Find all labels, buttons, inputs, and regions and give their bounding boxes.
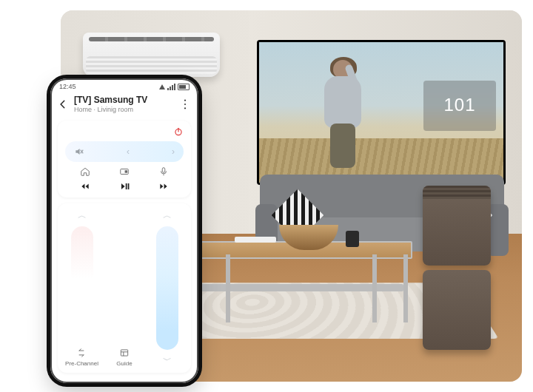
more-button[interactable]: ⋯: [179, 98, 191, 110]
tv-frame: 101: [257, 40, 506, 185]
tv-screen: 101: [259, 42, 503, 183]
chevron-up-icon: ︿: [78, 209, 87, 222]
power-icon: [173, 126, 184, 137]
source-button[interactable]: [119, 166, 130, 177]
svg-rect-6: [163, 168, 166, 172]
rewind-button[interactable]: [80, 181, 90, 192]
wifi-icon: [159, 84, 165, 89]
battery-icon: [178, 84, 190, 90]
status-icons: [159, 84, 190, 90]
play-pause-icon: [119, 181, 130, 192]
pre-channel-label[interactable]: Pre-Channel: [65, 360, 98, 367]
voice-button[interactable]: [158, 166, 169, 177]
back-button[interactable]: [58, 99, 68, 109]
home-icon: [80, 166, 90, 177]
channel-card: ︿ Pre-Channel Guide: [58, 203, 191, 373]
volume-column[interactable]: ︿ Pre-Channel: [65, 209, 98, 367]
forward-button[interactable]: [158, 181, 169, 192]
chevron-right-icon: ›: [172, 146, 175, 157]
book: [235, 237, 276, 243]
svg-rect-5: [125, 170, 128, 173]
volume-pill[interactable]: ‹ ›: [65, 141, 184, 162]
air-purifier: [423, 186, 491, 352]
signal-icon: [167, 84, 175, 90]
tv-osd-number: 101: [443, 95, 475, 115]
pre-channel-icon: [76, 348, 87, 358]
play-pause-button[interactable]: [119, 181, 130, 192]
forward-icon: [158, 181, 169, 192]
channel-bar[interactable]: [156, 226, 178, 350]
coffee-table: [190, 241, 412, 322]
chevron-left-icon: [58, 99, 68, 109]
scene: 101 12:45: [0, 0, 533, 392]
volume-bar[interactable]: [71, 226, 93, 322]
chevron-left-icon: ‹: [127, 146, 130, 157]
phone: 12:45 [TV] Samsung TV Home · Livinig roo…: [50, 78, 198, 383]
header-subtitle: Home · Livinig room: [74, 106, 173, 113]
tv-osd-overlay: 101: [423, 81, 496, 131]
status-bar: 12:45: [50, 78, 198, 92]
svg-rect-9: [121, 350, 127, 356]
power-button[interactable]: [173, 126, 184, 137]
guide-label[interactable]: Guide: [116, 360, 132, 367]
source-icon: [119, 166, 130, 177]
air-conditioner: [83, 33, 220, 77]
header-title: [TV] Samsung TV: [74, 95, 173, 105]
guide-icon: [119, 348, 130, 358]
chevron-up-icon: ︿: [163, 209, 172, 222]
svg-rect-7: [126, 183, 127, 189]
tv-person: [317, 60, 369, 171]
rewind-icon: [80, 181, 90, 192]
voice-icon: [158, 166, 169, 177]
svg-rect-8: [128, 183, 130, 189]
mug: [346, 231, 359, 247]
status-time: 12:45: [59, 83, 76, 90]
chevron-down-icon: ﹀: [163, 354, 172, 367]
home-button[interactable]: [80, 166, 90, 177]
app-header: [TV] Samsung TV Home · Livinig room ⋯: [50, 92, 198, 118]
bottom-tabs: 4D-Pad CH 123 Options: [50, 376, 198, 383]
channel-column[interactable]: ︿ ﹀: [150, 209, 184, 367]
mute-icon: [74, 146, 84, 157]
remote-control-card: ‹ ›: [58, 121, 191, 197]
